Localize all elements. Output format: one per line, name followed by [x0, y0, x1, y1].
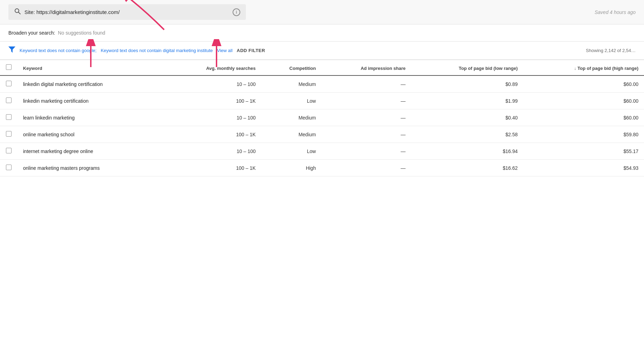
row-ad-impression-3: —: [321, 126, 411, 143]
row-avg-2: 10 – 100: [164, 109, 261, 126]
row-checkbox-0[interactable]: [0, 75, 17, 93]
row-ad-impression-1: —: [321, 93, 411, 109]
th-keyword[interactable]: Keyword: [17, 60, 164, 75]
row-avg-1: 100 – 1K: [164, 93, 261, 109]
search-icon: [14, 8, 21, 16]
broaden-bar: Broaden your search: No suggestions foun…: [0, 24, 644, 42]
view-all-link[interactable]: View all: [217, 48, 233, 53]
svg-marker-3: [8, 46, 15, 53]
row-top-high-2: $60.00: [523, 109, 644, 126]
row-ad-impression-4: —: [321, 143, 411, 160]
row-avg-0: 10 – 100: [164, 75, 261, 93]
broaden-label: Broaden your search:: [8, 30, 55, 36]
row-competition-1: Low: [261, 93, 321, 109]
row-keyword-3: online marketing school: [17, 126, 164, 143]
broaden-value: No suggestions found: [58, 30, 105, 36]
sort-arrow-icon: ↓: [574, 66, 576, 71]
row-avg-3: 100 – 1K: [164, 126, 261, 143]
row-top-low-3: $2.58: [411, 126, 523, 143]
row-competition-3: Medium: [261, 126, 321, 143]
info-icon[interactable]: i: [233, 8, 240, 16]
row-top-high-3: $59.80: [523, 126, 644, 143]
filter-icon: [8, 46, 15, 55]
row-ad-impression-5: —: [321, 160, 411, 176]
select-all-checkbox[interactable]: [6, 64, 12, 70]
row-keyword-2: learn linkedin marketing: [17, 109, 164, 126]
row-keyword-1: linkedin marketing certification: [17, 93, 164, 109]
th-ad-impression[interactable]: Ad impression share: [321, 60, 411, 75]
row-checkbox-4[interactable]: [0, 143, 17, 160]
svg-line-1: [19, 12, 20, 14]
filter-bar: Keyword text does not contain google; Ke…: [0, 42, 644, 60]
row-competition-5: High: [261, 160, 321, 176]
th-checkbox[interactable]: [0, 60, 17, 75]
search-box[interactable]: Site: https://digitalmarketinginstitute.…: [8, 4, 246, 20]
table-row: linkedin marketing certification 100 – 1…: [0, 93, 644, 109]
keyword-table: Keyword Avg. monthly searches Competitio…: [0, 60, 644, 176]
th-top-high[interactable]: ↓ Top of page bid (high range): [523, 60, 644, 75]
row-keyword-4: internet marketing degree online: [17, 143, 164, 160]
table-row: linkedin digital marketing certification…: [0, 75, 644, 93]
row-top-low-5: $16.62: [411, 160, 523, 176]
row-top-low-0: $0.89: [411, 75, 523, 93]
table-row: online marketing school 100 – 1K Medium …: [0, 126, 644, 143]
showing-count: Showing 2,142 of 2,54…: [586, 48, 636, 53]
row-ad-impression-0: —: [321, 75, 411, 93]
row-top-high-4: $55.17: [523, 143, 644, 160]
row-keyword-5: online marketing masters programs: [17, 160, 164, 176]
table-row: learn linkedin marketing 10 – 100 Medium…: [0, 109, 644, 126]
search-url-text: Site: https://digitalmarketinginstitute.…: [24, 9, 229, 15]
row-keyword-0: linkedin digital marketing certification: [17, 75, 164, 93]
add-filter-button[interactable]: ADD FILTER: [237, 48, 265, 53]
row-top-low-2: $0.40: [411, 109, 523, 126]
row-top-high-5: $54.93: [523, 160, 644, 176]
row-top-low-4: $16.94: [411, 143, 523, 160]
table-header-row: Keyword Avg. monthly searches Competitio…: [0, 60, 644, 75]
row-avg-4: 10 – 100: [164, 143, 261, 160]
row-top-high-0: $60.00: [523, 75, 644, 93]
row-top-high-1: $60.00: [523, 93, 644, 109]
row-checkbox-5[interactable]: [0, 160, 17, 176]
row-competition-0: Medium: [261, 75, 321, 93]
row-checkbox-3[interactable]: [0, 126, 17, 143]
th-competition[interactable]: Competition: [261, 60, 321, 75]
row-checkbox-1[interactable]: [0, 93, 17, 109]
table-row: online marketing masters programs 100 – …: [0, 160, 644, 176]
th-avg-monthly[interactable]: Avg. monthly searches: [164, 60, 261, 75]
saved-text: Saved 4 hours ago: [594, 9, 636, 15]
filter-tag-1[interactable]: Keyword text does not contain google;: [20, 48, 96, 53]
row-top-low-1: $1.99: [411, 93, 523, 109]
row-ad-impression-2: —: [321, 109, 411, 126]
filter-tag-2[interactable]: Keyword text does not contain digital ma…: [101, 48, 213, 53]
row-checkbox-2[interactable]: [0, 109, 17, 126]
th-top-low[interactable]: Top of page bid (low range): [411, 60, 523, 75]
page-wrapper: Site: https://digitalmarketinginstitute.…: [0, 0, 644, 176]
table-row: internet marketing degree online 10 – 10…: [0, 143, 644, 160]
row-competition-4: Low: [261, 143, 321, 160]
header-bar: Site: https://digitalmarketinginstitute.…: [0, 0, 644, 24]
row-competition-2: Medium: [261, 109, 321, 126]
row-avg-5: 100 – 1K: [164, 160, 261, 176]
